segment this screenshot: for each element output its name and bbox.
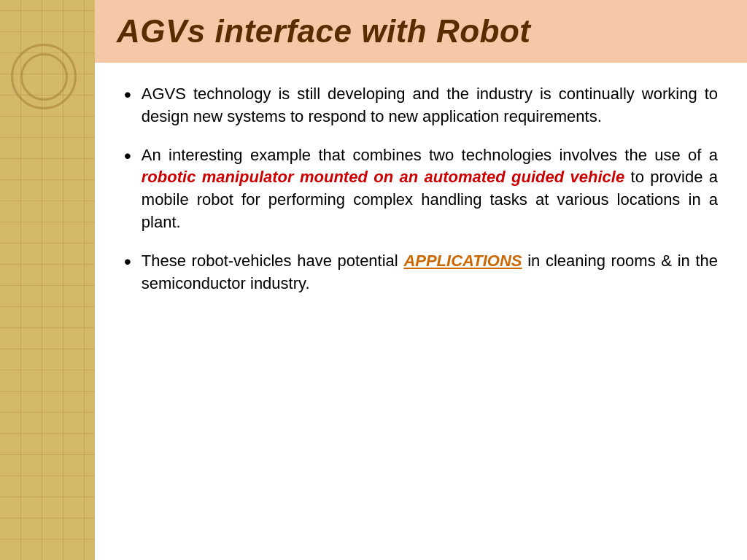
content-area: • AGVS technology is still developing an… bbox=[95, 63, 747, 560]
highlight-robotic-manipulator: robotic manipulator mounted on an automa… bbox=[142, 168, 624, 186]
list-item: • These robot-vehicles have potential AP… bbox=[124, 250, 718, 295]
inner-circle bbox=[20, 53, 68, 101]
bullet-text-2: An interesting example that combines two… bbox=[142, 144, 718, 234]
sidebar bbox=[0, 0, 95, 560]
list-item: • An interesting example that combines t… bbox=[124, 144, 718, 234]
bullet-dot-3: • bbox=[124, 249, 131, 275]
decorative-circles bbox=[11, 44, 77, 109]
page-title: AGVs interface with Robot bbox=[117, 13, 530, 49]
bullet-list: • AGVS technology is still developing an… bbox=[124, 83, 718, 295]
main-content: AGVs interface with Robot • AGVS technol… bbox=[95, 0, 747, 560]
outer-circle bbox=[11, 44, 77, 109]
bullet-dot-2: • bbox=[124, 143, 131, 169]
highlight-applications[interactable]: APPLICATIONS bbox=[403, 252, 522, 270]
bullet-dot-1: • bbox=[124, 82, 131, 108]
title-bar: AGVs interface with Robot bbox=[95, 0, 747, 63]
list-item: • AGVS technology is still developing an… bbox=[124, 83, 718, 128]
bullet-text-3: These robot-vehicles have potential APPL… bbox=[142, 250, 718, 295]
bullet-text-1: AGVS technology is still developing and … bbox=[142, 83, 718, 128]
